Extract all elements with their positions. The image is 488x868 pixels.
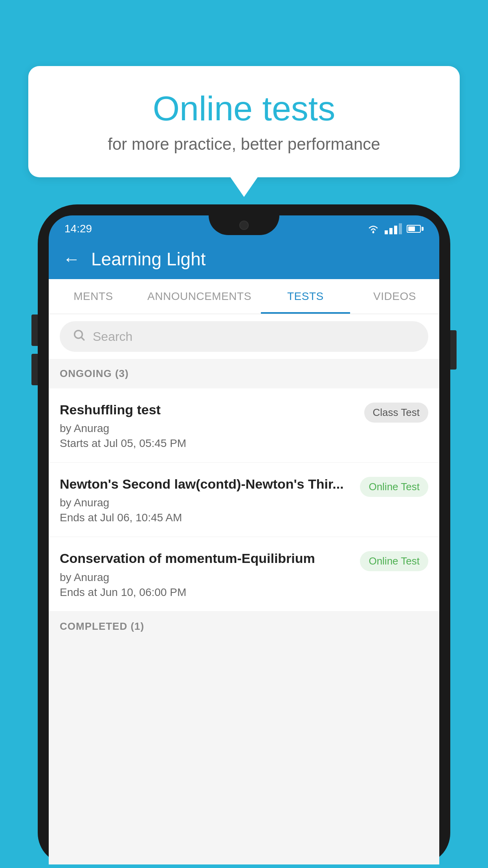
online-tests-title: Online tests xyxy=(60,90,428,128)
online-tests-subtitle: for more practice, better performance xyxy=(60,135,428,154)
phone-notch xyxy=(209,215,279,235)
signal-bar-1 xyxy=(385,230,388,234)
test-time-conservation: Ends at Jun 10, 06:00 PM xyxy=(60,586,352,599)
svg-line-2 xyxy=(81,337,84,340)
test-item-reshuffling[interactable]: Reshuffling test by Anurag Starts at Jul… xyxy=(49,388,439,463)
volume-down-button xyxy=(31,354,38,385)
phone-mockup: 14:29 xyxy=(38,204,450,868)
test-time-newton: Ends at Jul 06, 10:45 AM xyxy=(60,511,352,524)
wifi-icon xyxy=(367,223,380,234)
ongoing-label: ONGOING (3) xyxy=(60,368,129,379)
search-icon xyxy=(72,328,86,345)
test-info-conservation: Conservation of momentum-Equilibrium by … xyxy=(60,550,360,598)
test-badge-reshuffling: Class Test xyxy=(364,403,428,423)
phone-content: Search ONGOING (3) Reshuffling test by A… xyxy=(49,314,439,864)
test-name-reshuffling: Reshuffling test xyxy=(60,401,356,418)
test-time-reshuffling: Starts at Jul 05, 05:45 PM xyxy=(60,437,356,450)
test-info-reshuffling: Reshuffling test by Anurag Starts at Jul… xyxy=(60,401,364,450)
test-author-reshuffling: by Anurag xyxy=(60,422,356,435)
signal-bar-3 xyxy=(394,226,397,234)
app-title: Learning Light xyxy=(91,248,206,270)
back-button[interactable]: ← xyxy=(63,250,80,268)
tab-videos[interactable]: VIDEOS xyxy=(350,279,439,314)
completed-label: COMPLETED (1) xyxy=(60,620,144,632)
tabs-bar: MENTS ANNOUNCEMENTS TESTS VIDEOS xyxy=(49,279,439,314)
test-badge-conservation: Online Test xyxy=(360,551,428,571)
signal-bar-2 xyxy=(389,228,393,234)
phone-frame: 14:29 xyxy=(38,204,450,864)
app-header: ← Learning Light xyxy=(49,239,439,279)
test-item-conservation[interactable]: Conservation of momentum-Equilibrium by … xyxy=(49,537,439,611)
status-time: 14:29 xyxy=(64,223,92,235)
test-list: Reshuffling test by Anurag Starts at Jul… xyxy=(49,388,439,612)
battery-tip xyxy=(422,227,424,231)
signal-bars xyxy=(385,223,402,234)
volume-up-button xyxy=(31,314,38,346)
front-camera xyxy=(239,221,249,230)
test-name-conservation: Conservation of momentum-Equilibrium xyxy=(60,550,352,567)
battery-body xyxy=(407,225,421,233)
search-input-wrapper[interactable]: Search xyxy=(60,321,428,352)
status-icons xyxy=(367,223,424,234)
signal-bar-4 xyxy=(399,223,402,234)
test-author-conservation: by Anurag xyxy=(60,571,352,584)
svg-point-0 xyxy=(372,232,374,234)
tab-announcements[interactable]: ANNOUNCEMENTS xyxy=(138,279,261,314)
test-author-newton: by Anurag xyxy=(60,497,352,509)
test-badge-newton: Online Test xyxy=(360,477,428,497)
battery-fill xyxy=(408,226,415,231)
power-button xyxy=(450,330,457,370)
search-container: Search xyxy=(49,314,439,359)
completed-section-header: COMPLETED (1) xyxy=(49,612,439,641)
battery-icon xyxy=(407,225,424,233)
test-item-newton[interactable]: Newton's Second law(contd)-Newton's Thir… xyxy=(49,463,439,537)
search-placeholder: Search xyxy=(93,329,132,344)
status-bar: 14:29 xyxy=(49,215,439,239)
tab-ments[interactable]: MENTS xyxy=(49,279,138,314)
tab-tests[interactable]: TESTS xyxy=(261,279,350,314)
speech-bubble: Online tests for more practice, better p… xyxy=(28,66,460,177)
test-name-newton: Newton's Second law(contd)-Newton's Thir… xyxy=(60,475,352,493)
test-info-newton: Newton's Second law(contd)-Newton's Thir… xyxy=(60,475,360,524)
ongoing-section-header: ONGOING (3) xyxy=(49,359,439,388)
